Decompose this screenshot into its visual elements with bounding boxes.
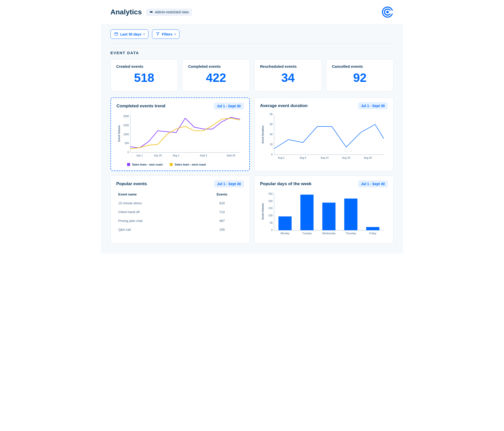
filters-label: Filters: [162, 32, 172, 36]
admin-badge-label: Admin-restricted view: [155, 10, 189, 14]
chevron-down-icon: ▾: [143, 33, 145, 36]
divider: [110, 43, 394, 44]
line-chart: 0500100015002000July 1July 25Aug 1Sept 5…: [116, 112, 244, 160]
svg-rect-45: [300, 195, 313, 230]
chart-average-event-duration[interactable]: Average event duration Jul 1 - Sept 30 0…: [254, 97, 394, 171]
chart-title: Average event duration: [260, 103, 308, 108]
filter-icon: [156, 32, 160, 37]
cell-event-name: Client hand-off: [116, 208, 200, 216]
kpi-value: 34: [260, 70, 316, 86]
bar-chart: 050100150200250Event VolumeMondayTuesday…: [260, 190, 388, 238]
topbar: Analytics Admin-restricted view: [101, 0, 403, 24]
date-range-badge: Jul 1 - Sept 30: [214, 103, 244, 110]
legend-item: Sales team - west coast: [170, 163, 206, 166]
chart-title: Completed events trend: [116, 104, 165, 109]
table-row: Q&A call155: [116, 225, 244, 234]
cell-event-name: Q&A call: [116, 225, 200, 234]
svg-text:July 1: July 1: [136, 154, 143, 157]
svg-text:Aug 14: Aug 14: [320, 156, 329, 159]
chevron-down-icon: ▾: [174, 33, 176, 36]
chart-popular-days[interactable]: Popular days of the week Jul 1 - Sept 30…: [254, 176, 394, 244]
svg-text:2000: 2000: [123, 115, 129, 118]
cell-event-count: 155: [200, 225, 244, 234]
calendar-icon: [114, 32, 118, 37]
svg-text:0: 0: [271, 229, 273, 231]
kpi-label: Cancelled events: [332, 64, 388, 69]
filters-button[interactable]: Filters ▾: [152, 29, 180, 39]
svg-text:Event Volume: Event Volume: [261, 203, 264, 220]
kpi-cancelled-events: Cancelled events 92: [326, 59, 394, 91]
svg-text:80: 80: [270, 113, 273, 116]
legend-label: Sales team - west coast: [175, 163, 206, 166]
date-range-label: Last 30 days: [120, 32, 141, 36]
svg-text:60: 60: [270, 123, 273, 126]
brand-logo: [381, 6, 394, 18]
kpi-rescheduled-events: Rescheduled events 34: [254, 59, 322, 91]
svg-rect-4: [115, 32, 118, 35]
admin-restricted-badge: Admin-restricted view: [146, 9, 192, 16]
kpi-created-events: Created events 518: [110, 59, 178, 91]
svg-rect-47: [322, 203, 335, 230]
svg-text:0: 0: [271, 153, 273, 156]
date-range-badge: Jul 1 - Sept 30: [358, 180, 388, 187]
svg-text:July 25: July 25: [154, 154, 162, 157]
col-event-name: Event name: [116, 190, 200, 199]
kpi-value: 422: [188, 70, 244, 86]
line-chart: 020406080Aug 2Aug 8Aug 14Aug 20Aug 26Eve…: [260, 112, 388, 162]
date-range-badge: Jul 1 - Sept 30: [358, 102, 388, 109]
cell-event-count: 467: [200, 216, 244, 225]
svg-text:Event Volume: Event Volume: [118, 125, 121, 142]
kpi-completed-events: Completed events 422: [182, 59, 250, 91]
table-row: Client hand-off714: [116, 208, 244, 216]
svg-text:Event Duration: Event Duration: [261, 126, 264, 144]
crown-icon: [150, 10, 153, 14]
kpi-label: Rescheduled events: [260, 64, 316, 69]
chart-title: Popular days of the week: [260, 181, 312, 186]
kpi-label: Completed events: [188, 64, 244, 69]
table-row: Pricing plan chat467: [116, 216, 244, 225]
svg-text:500: 500: [125, 142, 129, 145]
svg-rect-2: [390, 11, 393, 14]
legend-item: Sales team - east coast: [127, 163, 163, 166]
svg-text:100: 100: [268, 214, 273, 217]
legend-swatch: [170, 163, 173, 166]
svg-point-3: [386, 11, 389, 13]
chart-completed-events-trend[interactable]: Completed events trend Jul 1 - Sept 30 0…: [110, 97, 250, 171]
svg-text:Aug 8: Aug 8: [300, 156, 306, 159]
svg-text:Friday: Friday: [369, 232, 376, 235]
table-row: 15 minute demo820: [116, 199, 244, 208]
svg-text:20: 20: [270, 143, 273, 146]
page-title: Analytics: [110, 8, 142, 16]
section-title: EVENT DATA: [110, 51, 394, 55]
col-events: Events: [200, 190, 244, 199]
cell-event-name: Pricing plan chat: [116, 216, 200, 225]
svg-text:Monday: Monday: [280, 232, 289, 235]
svg-text:Aug 20: Aug 20: [342, 156, 350, 159]
popular-events-table: Event name Events 15 minute demo820Clien…: [116, 190, 244, 234]
svg-text:Thursday: Thursday: [345, 232, 356, 235]
svg-text:0: 0: [127, 151, 129, 154]
kpi-value: 92: [332, 70, 388, 86]
cell-event-count: 820: [200, 199, 244, 208]
legend-swatch: [127, 163, 130, 166]
svg-text:Aug 2: Aug 2: [278, 156, 285, 159]
svg-text:150: 150: [268, 207, 273, 210]
chart-popular-events[interactable]: Popular events Jul 1 - Sept 30 Event nam…: [110, 176, 250, 244]
kpi-value: 518: [116, 70, 172, 86]
chart-title: Popular events: [116, 181, 147, 186]
svg-text:Tuesday: Tuesday: [302, 232, 312, 235]
date-range-badge: Jul 1 - Sept 30: [214, 180, 244, 187]
svg-text:Sept 5: Sept 5: [200, 154, 207, 157]
svg-rect-49: [344, 199, 357, 230]
cell-event-count: 714: [200, 208, 244, 216]
legend-label: Sales team - east coast: [132, 163, 163, 166]
svg-text:Sept 26: Sept 26: [227, 154, 235, 157]
date-range-button[interactable]: Last 30 days ▾: [110, 29, 149, 39]
svg-text:250: 250: [268, 192, 273, 195]
svg-text:1000: 1000: [123, 133, 129, 136]
svg-text:40: 40: [270, 133, 273, 136]
svg-text:Aug 26: Aug 26: [364, 156, 372, 159]
svg-text:50: 50: [270, 222, 273, 224]
cell-event-name: 15 minute demo: [116, 199, 200, 208]
svg-text:200: 200: [268, 200, 273, 203]
